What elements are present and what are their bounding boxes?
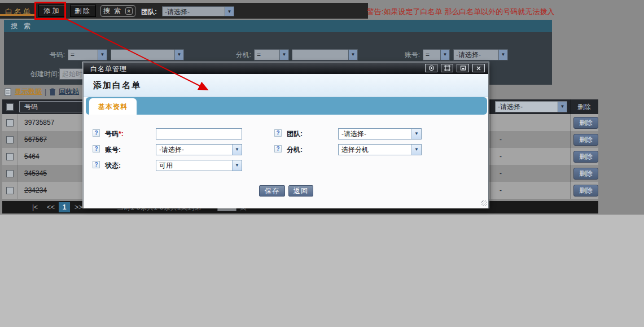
dialog-roll-button[interactable] xyxy=(425,64,437,72)
active-tab-underline xyxy=(0,14,36,16)
row-team: - xyxy=(500,136,502,143)
annotation-highlight-box xyxy=(34,2,66,20)
next-page-button[interactable]: >> xyxy=(75,203,82,211)
number-label: 号码: xyxy=(36,49,65,60)
dialog-resize-handle[interactable] xyxy=(481,200,487,206)
chevron-down-icon: ▼ xyxy=(232,160,242,171)
help-icon[interactable]: ? xyxy=(93,161,100,168)
extension-label: 分机: xyxy=(226,49,251,60)
row-delete-button[interactable]: 删除 xyxy=(573,151,598,163)
field-extension-label: 分机: xyxy=(287,144,303,155)
current-page-badge[interactable]: 1 xyxy=(59,202,70,212)
row-team: - xyxy=(500,169,502,177)
chevron-down-icon: ▼ xyxy=(411,129,421,139)
row-delete-button[interactable]: 删除 xyxy=(573,168,598,180)
number-operator-value: = xyxy=(68,50,98,60)
whitelist-dialog: 白名单管理 添加白名单 基本资料 ? 号码*: xyxy=(83,62,489,208)
dialog-maximize-button[interactable] xyxy=(441,64,453,72)
account-value-select[interactable]: -请选择- ▼ xyxy=(453,49,508,60)
field-team-label: 团队: xyxy=(287,128,303,139)
row-team: - xyxy=(500,186,502,194)
document-icon xyxy=(5,88,12,96)
extension-select-value: 选择分机 xyxy=(339,145,411,155)
link-separator: | xyxy=(45,88,46,96)
row-delete-button[interactable]: 删除 xyxy=(573,134,598,146)
team-filter-select[interactable]: -请选择- ▼ xyxy=(162,6,234,16)
recycle-bin-link[interactable]: 回收站 xyxy=(59,87,79,97)
extension-operator-value: = xyxy=(255,50,279,60)
extension-value-select[interactable]: ▼ xyxy=(292,49,358,60)
extension-select[interactable]: 选择分机 ▼ xyxy=(338,144,422,155)
chevron-down-icon: ▼ xyxy=(225,7,234,16)
whitelist-admin-page: 白名单 添加 删除 搜 索 « 团队: -请选择- ▼ 警告:如果设定了白名单 … xyxy=(0,0,644,327)
account-select-value: -请选择- xyxy=(156,145,232,155)
close-icon xyxy=(476,66,481,71)
row-checkbox[interactable] xyxy=(6,136,14,143)
chevron-down-icon: ▼ xyxy=(498,50,507,60)
status-select[interactable]: 可用 ▼ xyxy=(156,160,242,171)
account-value: -请选择- xyxy=(454,50,498,60)
account-select[interactable]: -请选择- ▼ xyxy=(156,144,242,155)
prev-page-button[interactable]: << xyxy=(47,203,55,211)
create-time-label: 创建时间: xyxy=(21,68,59,80)
dialog-titlebar[interactable]: 白名单管理 xyxy=(84,63,488,74)
chevron-down-icon: ▼ xyxy=(174,50,183,60)
trash-icon xyxy=(49,88,56,96)
number-operator-select[interactable]: = ▼ xyxy=(68,49,107,60)
chevron-down-icon: ▼ xyxy=(558,102,567,112)
help-icon[interactable]: ? xyxy=(274,129,282,137)
first-page-button[interactable]: |< xyxy=(32,203,38,211)
search-toggle-button[interactable]: 搜 索 « xyxy=(100,5,135,17)
team-filter-label: 团队: xyxy=(141,7,157,17)
row-checkbox[interactable] xyxy=(6,170,14,177)
header-filter-value: -请选择- xyxy=(496,102,558,112)
row-number: 5464 xyxy=(24,152,40,160)
row-number: 39735857 xyxy=(24,119,54,127)
dialog-restore-button[interactable] xyxy=(457,64,469,72)
chevron-down-icon: ▼ xyxy=(440,50,449,60)
team-select[interactable]: -请选择- ▼ xyxy=(338,128,422,139)
row-number: 567567 xyxy=(24,136,47,143)
account-operator-value: = xyxy=(423,50,440,60)
delete-button[interactable]: 删除 xyxy=(70,5,96,17)
chevron-down-icon: ▼ xyxy=(348,50,357,60)
show-data-link[interactable]: 显示数据 xyxy=(15,87,42,97)
help-icon[interactable]: ? xyxy=(93,145,100,152)
dialog-content: ? 号码*: ? 团队: -请选择- ▼ ? 账号: -请选择- ▼ ? 分机: xyxy=(84,115,488,208)
field-account-label: 账号: xyxy=(105,144,121,155)
delete-column-header: 删除 xyxy=(571,102,591,112)
row-number: 234234 xyxy=(24,186,47,194)
search-toggle-label: 搜 索 xyxy=(103,6,125,16)
row-team: - xyxy=(500,152,502,160)
tab-basic-info[interactable]: 基本资料 xyxy=(90,99,136,115)
maximize-icon xyxy=(444,65,450,71)
dialog-close-button[interactable] xyxy=(472,64,485,72)
help-icon[interactable]: ? xyxy=(93,129,100,137)
row-checkbox[interactable] xyxy=(6,119,14,127)
select-all-checkbox[interactable] xyxy=(6,103,14,111)
dialog-title: 白名单管理 xyxy=(90,64,127,74)
collapse-icon: « xyxy=(125,7,133,15)
row-checkbox[interactable] xyxy=(6,187,14,194)
status-select-value: 可用 xyxy=(156,160,232,171)
row-delete-button[interactable]: 删除 xyxy=(573,117,598,129)
field-number-label: 号码*: xyxy=(105,128,124,139)
help-icon[interactable]: ? xyxy=(274,145,282,152)
row-checkbox[interactable] xyxy=(6,153,14,160)
search-panel-header[interactable]: 搜 索 xyxy=(4,20,552,32)
save-button[interactable]: 保存 xyxy=(259,185,285,197)
dialog-header: 添加白名单 xyxy=(84,74,488,97)
dialog-heading: 添加白名单 xyxy=(93,80,141,91)
list-actions-bar: 显示数据 | 回收站 xyxy=(5,87,79,97)
header-filter-select[interactable]: -请选择- ▼ xyxy=(495,101,567,112)
team-filter-value: -请选择- xyxy=(163,7,225,16)
account-operator-select[interactable]: = ▼ xyxy=(423,49,450,60)
chevron-down-icon: ▼ xyxy=(98,50,107,60)
back-button[interactable]: 返回 xyxy=(288,185,313,197)
number-input[interactable] xyxy=(156,128,242,139)
row-delete-button[interactable]: 删除 xyxy=(573,185,598,197)
extension-operator-select[interactable]: = ▼ xyxy=(254,49,289,60)
restore-icon xyxy=(460,65,466,71)
number-value-select[interactable]: ▼ xyxy=(111,49,184,60)
number-value xyxy=(111,50,174,60)
